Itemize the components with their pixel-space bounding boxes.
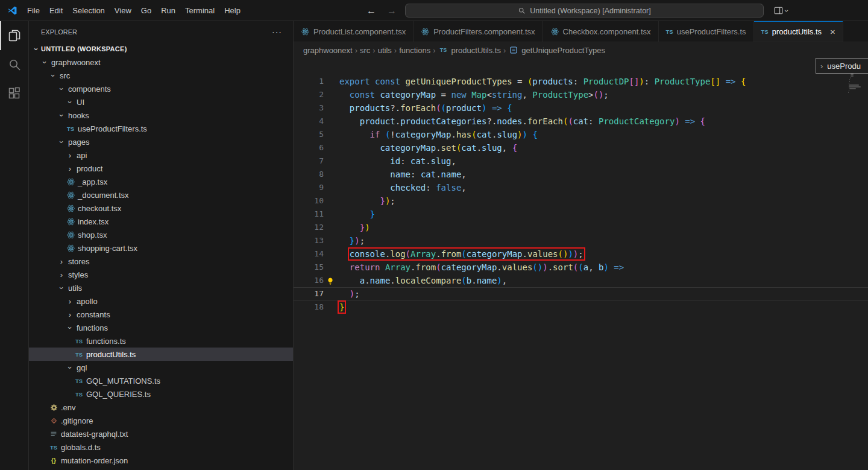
code-line-15[interactable]: 15return Array.from(categoryMap.values()…	[294, 261, 868, 274]
folder-api[interactable]: ›api	[29, 148, 293, 162]
explorer-icon[interactable]	[0, 21, 28, 50]
forward-arrow-icon[interactable]: →	[387, 5, 397, 16]
file-_document.tsx[interactable]: _document.tsx	[29, 188, 293, 202]
back-arrow-icon[interactable]: ←	[366, 5, 376, 16]
breadcrumb-label: functions	[399, 46, 430, 55]
chevron-right-icon: ›	[65, 151, 75, 160]
file-GQL_MUTATIONS.ts[interactable]: TSGQL_MUTATIONS.ts	[29, 374, 293, 387]
code-line-7[interactable]: 7id: cat.slug,	[294, 154, 868, 168]
tree-item-label: constants	[77, 310, 110, 319]
file-index.tsx[interactable]: index.tsx	[29, 215, 293, 228]
folder-stores[interactable]: ›stores	[29, 255, 293, 268]
breadcrumb-item-functions[interactable]: functions	[399, 46, 430, 55]
minimap-overlay-popup[interactable]: › useProdu	[816, 58, 868, 74]
breadcrumb-item-graphwoonext[interactable]: graphwoonext	[303, 46, 353, 55]
chevron-down-icon: ›	[782, 10, 791, 12]
menu-view[interactable]: View	[110, 4, 136, 17]
code-line-13[interactable]: 13});	[294, 234, 868, 247]
typescript-icon: TS	[666, 28, 673, 35]
code-line-10[interactable]: 10});	[294, 194, 868, 208]
code-line-16[interactable]: 16a.name.localeCompare(b.name),	[294, 274, 868, 287]
chevron-down-icon: ›	[49, 71, 58, 80]
code-line-8[interactable]: 8name: cat.name,	[294, 168, 868, 181]
workspace-section-header[interactable]: › UNTITLED (WORKSPACE)	[29, 42, 293, 56]
menu-help[interactable]: Help	[219, 4, 245, 17]
folder-hooks[interactable]: ›hooks	[29, 109, 293, 122]
tab-useProductFilters.ts[interactable]: TSuseProductFilters.ts	[659, 21, 754, 42]
file-shopping-cart.tsx[interactable]: shopping-cart.tsx	[29, 241, 293, 255]
code-line-5[interactable]: 5if (!categoryMap.has(cat.slug)) {	[294, 128, 868, 141]
file-datatest-graphql.txt[interactable]: datatest-graphql.txt	[29, 427, 293, 440]
tab-ProductList.component.tsx[interactable]: ProductList.component.tsx	[294, 21, 414, 42]
line-number: 5	[294, 128, 324, 141]
search-icon[interactable]	[0, 50, 28, 79]
breadcrumb-item-utils[interactable]: utils	[378, 46, 392, 55]
file-checkout.tsx[interactable]: checkout.tsx	[29, 202, 293, 215]
react-file-icon	[65, 244, 76, 253]
code-line-6[interactable]: 6categoryMap.set(cat.slug, {	[294, 141, 868, 154]
code-line-2[interactable]: 2const categoryMap = new Map<string, Pro…	[294, 88, 868, 101]
folder-styles[interactable]: ›styles	[29, 268, 293, 281]
folder-constants[interactable]: ›constants	[29, 308, 293, 321]
code-line-11[interactable]: 11}	[294, 208, 868, 221]
code-line-4[interactable]: 4product.productCategories?.nodes.forEac…	[294, 115, 868, 128]
breadcrumb-item-src[interactable]: src	[360, 46, 370, 55]
command-center-search[interactable]: Untitled (Workspace) [Administrator]	[405, 4, 764, 17]
more-actions-icon[interactable]: ···	[272, 27, 282, 37]
folder-pages[interactable]: ›pages	[29, 135, 293, 148]
gear-file-icon	[48, 404, 59, 411]
breadcrumb-item-getUniqueProductTypes[interactable]: getUniqueProductTypes	[508, 46, 605, 55]
code-line-12[interactable]: 12})	[294, 221, 868, 234]
file-functions.ts[interactable]: TSfunctions.ts	[29, 334, 293, 348]
file-productUtils.ts[interactable]: TSproductUtils.ts	[29, 348, 293, 361]
menu-edit[interactable]: Edit	[45, 4, 68, 17]
folder-apollo[interactable]: ›apollo	[29, 294, 293, 308]
code-line-9[interactable]: 9checked: false,	[294, 181, 868, 194]
menu-selection[interactable]: Selection	[68, 4, 109, 17]
extensions-icon[interactable]	[0, 79, 28, 108]
tab-productUtils.ts[interactable]: TSproductUtils.ts×	[754, 21, 843, 42]
layout-controls-button[interactable]: ›	[773, 0, 788, 21]
code-text: console.log(Array.from(categoryMap.value…	[339, 247, 583, 261]
folder-gql[interactable]: ›gql	[29, 361, 293, 374]
lightbulb-icon[interactable]	[326, 276, 335, 289]
react-file-icon	[65, 217, 76, 226]
line-number: 4	[294, 115, 324, 128]
menu-go[interactable]: Go	[136, 4, 156, 17]
folder-functions[interactable]: ›functions	[29, 321, 293, 334]
tab-Checkbox.component.tsx[interactable]: Checkbox.component.tsx	[543, 21, 659, 42]
annotation-highlight-box: console.log(Array.from(categoryMap.value…	[350, 249, 583, 259]
code-line-18[interactable]: 18}	[294, 300, 868, 314]
code-line-3[interactable]: 3products?.forEach((product) => {	[294, 101, 868, 115]
menu-run[interactable]: Run	[156, 4, 180, 17]
file-globals.d.ts[interactable]: TSglobals.d.ts	[29, 440, 293, 454]
code-line-14[interactable]: 14console.log(Array.from(categoryMap.val…	[294, 247, 868, 261]
folder-src[interactable]: ›src	[29, 69, 293, 82]
file-mutation-order.json[interactable]: {}mutation-order.json	[29, 454, 293, 467]
file-.env[interactable]: .env	[29, 401, 293, 414]
code-line-1[interactable]: 1export const getUniqueProductTypes = (p…	[294, 75, 868, 88]
tree-item-label: shop.tsx	[78, 230, 107, 240]
folder-graphwoonext[interactable]: ›graphwoonext	[29, 56, 293, 69]
menu-file[interactable]: File	[22, 4, 45, 17]
close-icon[interactable]: ×	[830, 27, 835, 37]
file-GQL_QUERIES.ts[interactable]: TSGQL_QUERIES.ts	[29, 387, 293, 401]
breadcrumb-item-productUtils.ts[interactable]: TSproductUtils.ts	[438, 46, 501, 55]
file-shop.tsx[interactable]: shop.tsx	[29, 228, 293, 241]
sidebar-header: EXPLORER ···	[29, 21, 293, 42]
file-useProductFilters.ts[interactable]: TSuseProductFilters.ts	[29, 122, 293, 135]
code-line-17[interactable]: 17);	[294, 287, 868, 300]
folder-components[interactable]: ›components	[29, 82, 293, 95]
menu-terminal[interactable]: Terminal	[180, 4, 219, 17]
file-.gitignore[interactable]: .gitignore	[29, 414, 293, 427]
ts-file-icon: TS	[74, 338, 84, 345]
file-_app.tsx[interactable]: _app.tsx	[29, 175, 293, 188]
gutter	[324, 274, 339, 287]
tree-item-label: utils	[68, 284, 82, 293]
code-text: return Array.from(categoryMap.values()).…	[339, 261, 624, 274]
folder-product[interactable]: ›product	[29, 162, 293, 175]
folder-utils[interactable]: ›utils	[29, 281, 293, 294]
tab-ProductFilters.component.tsx[interactable]: ProductFilters.component.tsx	[414, 21, 542, 42]
folder-UI[interactable]: ›UI	[29, 95, 293, 109]
code-editor[interactable]: 1export const getUniqueProductTypes = (p…	[294, 58, 868, 470]
